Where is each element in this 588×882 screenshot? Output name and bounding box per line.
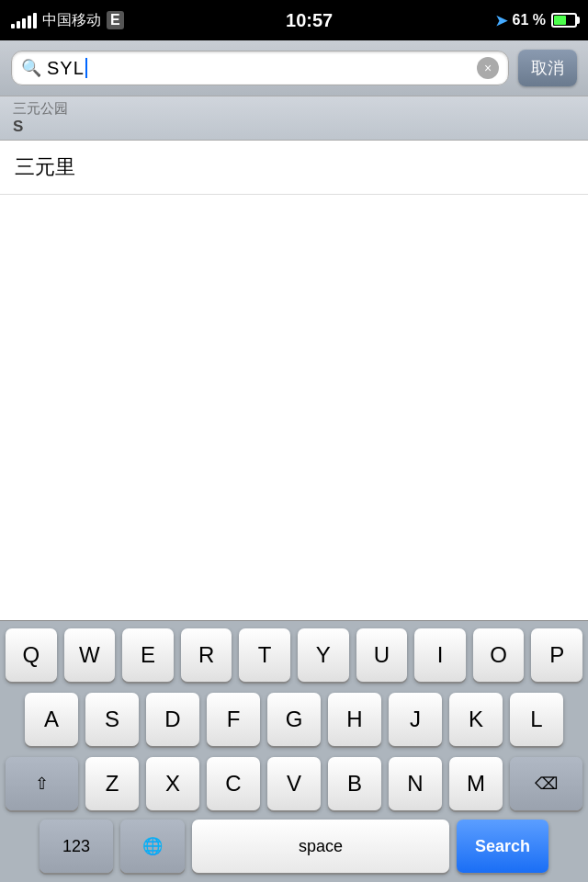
key-U[interactable]: U: [356, 628, 408, 682]
keyboard-row-3: ⇧ Z X C V B N M ⌫: [0, 750, 588, 814]
search-key[interactable]: Search: [457, 820, 548, 873]
key-B[interactable]: B: [328, 757, 381, 810]
key-K[interactable]: K: [449, 693, 503, 746]
signal-bars-icon: [11, 12, 37, 28]
search-input-wrapper[interactable]: 🔍 SYL ×: [11, 51, 509, 85]
key-L[interactable]: L: [510, 693, 563, 746]
time-label: 10:57: [286, 10, 333, 31]
battery-percentage: 61 %: [513, 12, 546, 28]
key-D[interactable]: D: [146, 693, 199, 746]
key-M[interactable]: M: [449, 757, 503, 810]
key-H[interactable]: H: [328, 693, 381, 746]
keyboard-bottom-row: 123 🌐 space Search: [0, 814, 588, 882]
delete-key[interactable]: ⌫: [510, 757, 582, 810]
section-letter: S: [13, 118, 575, 136]
status-bar: 中国移动 E 10:57 ➤ 61 %: [0, 0, 588, 40]
key-Y[interactable]: Y: [298, 628, 349, 682]
key-S[interactable]: S: [85, 693, 139, 746]
key-T[interactable]: T: [239, 628, 290, 682]
key-F[interactable]: F: [207, 693, 260, 746]
keyboard-row-2: A S D F G H J K L: [0, 685, 588, 750]
key-E[interactable]: E: [122, 628, 174, 682]
clear-button[interactable]: ×: [477, 57, 499, 79]
location-arrow-icon: ➤: [495, 12, 507, 29]
section-partial-text: 三元公园: [13, 100, 575, 118]
key-O[interactable]: O: [473, 628, 525, 682]
text-cursor: [85, 58, 87, 78]
globe-key[interactable]: 🌐: [120, 820, 185, 873]
key-N[interactable]: N: [389, 757, 442, 810]
search-input[interactable]: SYL: [47, 58, 471, 79]
battery-icon: [551, 13, 577, 28]
key-W[interactable]: W: [64, 628, 116, 682]
numbers-key[interactable]: 123: [40, 820, 113, 873]
network-type-label: E: [107, 11, 124, 29]
keyboard: Q W E R T Y U I O P A S D F G H J K L ⇧ …: [0, 620, 588, 882]
key-I[interactable]: I: [414, 628, 466, 682]
key-R[interactable]: R: [181, 628, 232, 682]
key-A[interactable]: A: [25, 693, 78, 746]
space-key[interactable]: space: [192, 820, 449, 873]
key-C[interactable]: C: [207, 757, 260, 810]
key-P[interactable]: P: [531, 628, 582, 682]
key-J[interactable]: J: [389, 693, 442, 746]
shift-key[interactable]: ⇧: [6, 757, 78, 810]
key-Z[interactable]: Z: [85, 757, 139, 810]
carrier-label: 中国移动: [42, 11, 101, 30]
keyboard-row-1: Q W E R T Y U I O P: [0, 621, 588, 685]
status-left: 中国移动 E: [11, 11, 124, 30]
search-icon: 🔍: [21, 58, 41, 78]
key-Q[interactable]: Q: [6, 628, 57, 682]
battery-fill: [554, 16, 566, 25]
section-header: 三元公园 S: [0, 96, 588, 141]
key-G[interactable]: G: [267, 693, 321, 746]
key-V[interactable]: V: [267, 757, 321, 810]
status-right: ➤ 61 %: [495, 12, 577, 29]
results-list: 三元里: [0, 141, 588, 195]
search-bar-container: 🔍 SYL × 取消: [0, 40, 588, 96]
cancel-button[interactable]: 取消: [518, 50, 577, 86]
list-item[interactable]: 三元里: [0, 141, 588, 195]
key-X[interactable]: X: [146, 757, 199, 810]
